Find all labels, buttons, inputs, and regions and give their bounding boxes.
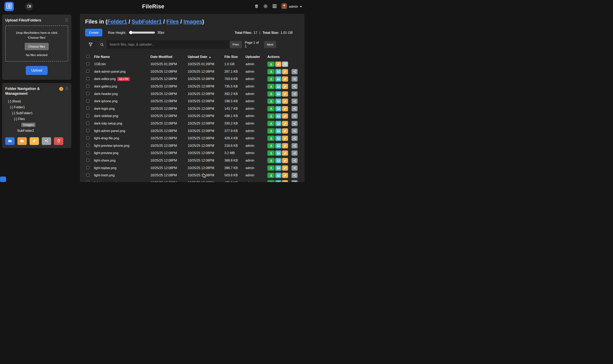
file-name[interactable]: dark-header.png (94, 92, 118, 96)
file-name[interactable]: dark-gallery.png (94, 85, 117, 88)
file-tag-badge[interactable]: tag a file (117, 77, 130, 81)
row-checkbox[interactable] (86, 159, 89, 162)
preview-button[interactable] (275, 113, 281, 119)
share-button[interactable] (292, 128, 298, 134)
download-button[interactable] (267, 150, 275, 156)
preview-button[interactable] (275, 69, 281, 74)
rename-button[interactable] (282, 128, 288, 134)
theme-toggle-button[interactable] (263, 4, 268, 9)
file-name[interactable]: light-share.png (94, 159, 115, 162)
row-checkbox[interactable] (86, 181, 89, 182)
download-button[interactable] (267, 84, 275, 89)
preview-button[interactable] (275, 180, 281, 182)
column-header-date-modified[interactable]: Date Modified (150, 55, 188, 59)
file-name[interactable]: dark-login.png (94, 107, 114, 111)
share-button[interactable] (292, 180, 298, 182)
download-button[interactable] (267, 106, 275, 111)
filter-icon[interactable] (88, 42, 93, 47)
delete-folder-button[interactable] (54, 137, 63, 145)
rename-button[interactable] (282, 150, 288, 156)
file-name[interactable]: light-preview-iphone.png (94, 144, 129, 148)
column-header-uploader[interactable]: Uploader (246, 55, 267, 59)
row-checkbox[interactable] (86, 173, 89, 177)
rename-button[interactable] (282, 113, 288, 119)
download-button[interactable] (267, 69, 275, 74)
download-button[interactable] (267, 180, 275, 182)
share-button[interactable] (292, 173, 298, 178)
prev-page-button[interactable]: Prev (230, 41, 242, 48)
tree-item-folder1[interactable]: [-] Folder1 (5, 104, 68, 110)
row-checkbox[interactable] (86, 151, 89, 154)
file-name[interactable]: light-user-panel.png (94, 181, 123, 182)
download-button[interactable] (267, 143, 275, 148)
share-button[interactable] (292, 106, 298, 111)
drag-handle-icon[interactable] (65, 18, 68, 23)
tree-item-root[interactable]: [-] (Root) (5, 98, 68, 104)
download-button[interactable] (267, 158, 275, 163)
row-checkbox[interactable] (86, 114, 89, 117)
rename-button[interactable] (282, 173, 288, 178)
rename-button[interactable] (282, 76, 288, 82)
preview-button[interactable] (275, 158, 281, 163)
rename-button[interactable] (282, 136, 288, 141)
download-button[interactable] (267, 99, 275, 104)
drag-handle-icon[interactable] (65, 87, 68, 91)
column-header-file-name[interactable]: File Name (94, 55, 150, 59)
slider-knob[interactable] (129, 31, 133, 34)
preview-button[interactable] (275, 136, 281, 141)
filerise-logo[interactable] (4, 2, 14, 11)
preview-button[interactable] (275, 76, 281, 82)
preview-button[interactable] (275, 143, 281, 148)
file-name[interactable]: dark-admin-panel.png (94, 70, 126, 74)
download-button[interactable] (267, 91, 275, 97)
preview-button[interactable] (275, 165, 281, 171)
row-checkbox[interactable] (86, 77, 89, 80)
row-checkbox[interactable] (86, 107, 89, 110)
file-name[interactable]: light-trash.png (94, 173, 114, 177)
share-button[interactable] (292, 113, 298, 119)
share-button[interactable] (292, 165, 298, 171)
next-page-button[interactable]: Next (264, 41, 276, 48)
rename-button[interactable] (282, 84, 288, 89)
rename-button[interactable] (282, 180, 288, 182)
file-name[interactable]: dark-iphone.png (94, 99, 118, 103)
share-button[interactable] (292, 91, 298, 97)
sidebar-toggle-button[interactable] (25, 2, 33, 11)
preview-button[interactable] (275, 99, 281, 104)
row-checkbox[interactable] (86, 62, 89, 65)
column-header-file-size[interactable]: File Size (224, 55, 246, 59)
share-button[interactable] (292, 158, 298, 163)
choose-files-button[interactable]: Choose files (25, 43, 49, 50)
select-all-checkbox[interactable] (86, 55, 89, 58)
download-button[interactable] (267, 62, 275, 67)
row-height-slider[interactable] (129, 32, 155, 34)
share-button[interactable] (282, 62, 288, 67)
rename-folder-button[interactable] (30, 137, 39, 145)
file-name[interactable]: dark-sidebar.png (94, 114, 118, 118)
tree-item-subfolder2[interactable]: SubFolder2 (5, 128, 68, 134)
breadcrumb-folder1[interactable]: Folder1 (107, 19, 127, 25)
preview-button[interactable] (275, 128, 281, 134)
dropzone[interactable]: Drop files/folders here or click 'Choose… (5, 26, 68, 62)
share-folder-button[interactable] (42, 137, 51, 145)
preview-button[interactable] (275, 84, 281, 89)
file-name[interactable]: light-preview.png (94, 151, 118, 155)
download-button[interactable] (267, 165, 275, 171)
share-button[interactable] (292, 84, 298, 89)
file-name[interactable]: light-admin-panel.png (94, 129, 125, 133)
breadcrumb-subfolder1[interactable]: SubFolder1 (132, 19, 162, 25)
search-icon[interactable] (97, 40, 107, 49)
preview-button[interactable] (275, 121, 281, 126)
rename-button[interactable] (282, 121, 288, 126)
share-button[interactable] (292, 69, 298, 74)
breadcrumb-images[interactable]: Images (183, 19, 202, 25)
preview-button[interactable] (275, 150, 281, 156)
download-button[interactable] (267, 173, 275, 178)
file-name[interactable]: 1GB.bin (94, 62, 106, 66)
tree-item-images[interactable]: Images (5, 122, 68, 128)
row-checkbox[interactable] (86, 129, 89, 132)
breadcrumb-files[interactable]: Files (167, 19, 179, 25)
tree-item-subfolder1[interactable]: [-] SubFolder1 (5, 110, 68, 116)
apps-grid-button[interactable] (273, 4, 277, 9)
share-button[interactable] (292, 150, 298, 156)
